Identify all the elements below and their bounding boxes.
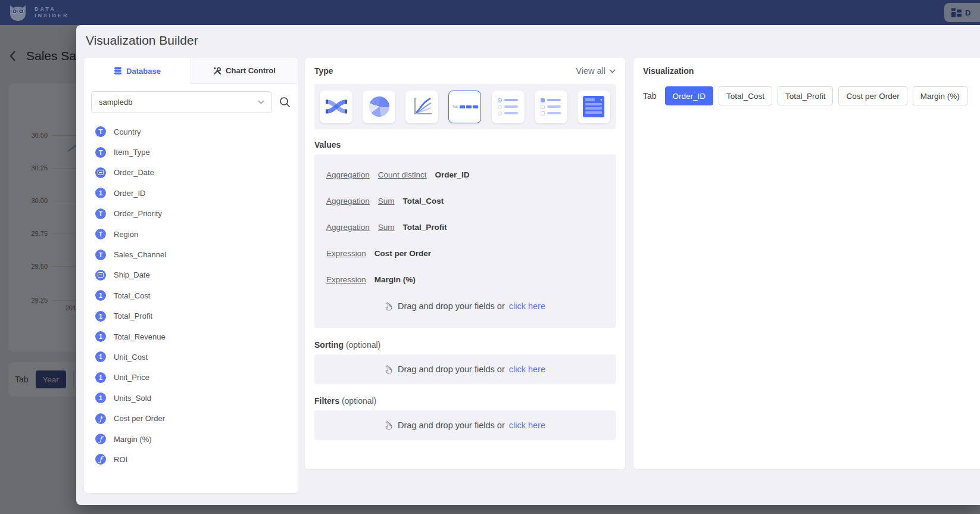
- field-item[interactable]: Sales_Channel: [84, 244, 298, 264]
- field-item[interactable]: Cost per Order: [84, 408, 298, 428]
- filters-section-title: Filters (optional): [314, 396, 376, 406]
- chart-type-sankey[interactable]: [320, 91, 352, 123]
- field-item[interactable]: Total_Revenue: [84, 326, 298, 347]
- function-field-icon: [95, 454, 106, 465]
- value-row: Expression Margin (%): [314, 266, 616, 292]
- field-label: Unit_Price: [114, 373, 149, 382]
- database-select-value: sampledb: [99, 98, 132, 107]
- dashboards-button[interactable]: D: [944, 3, 980, 22]
- field-label: ROI: [114, 455, 127, 464]
- text-field-icon: [95, 208, 106, 219]
- field-label: Sales_Channel: [114, 250, 166, 259]
- sankey-icon: [326, 98, 347, 116]
- value-row: Aggregation Sum Total_Cost: [314, 188, 616, 214]
- tab-database[interactable]: Database: [84, 58, 191, 84]
- values-dropzone[interactable]: Drag and drop your fields or click here: [314, 292, 616, 320]
- chart-type-dropdown[interactable]: ▾: [578, 91, 610, 123]
- text-field-icon: [95, 229, 106, 239]
- dropdown-chart-icon: ▾: [583, 96, 604, 117]
- values-section-title: Values: [314, 140, 341, 149]
- number-field-icon: [95, 290, 106, 301]
- field-item[interactable]: Region: [84, 224, 298, 244]
- line-chart-icon: [412, 97, 432, 116]
- view-all-button[interactable]: View all: [576, 66, 616, 76]
- brand: DATA INSIDER: [7, 3, 69, 22]
- visualization-title: Visualization: [633, 58, 980, 76]
- view-all-label: View all: [576, 66, 606, 76]
- field-item[interactable]: Total_Cost: [84, 285, 298, 306]
- text-field-icon: [95, 126, 106, 137]
- chart-type-line[interactable]: [405, 91, 438, 123]
- number-field-icon: [95, 331, 106, 342]
- chart-type-pie[interactable]: [363, 91, 395, 123]
- dropzone-click-here-link[interactable]: click here: [509, 365, 545, 374]
- value-field[interactable]: Total_Profit: [403, 223, 447, 232]
- viz-tab-total-profit[interactable]: Total_Profit: [778, 86, 834, 105]
- owl-logo-icon: [7, 3, 29, 22]
- aggregation-function[interactable]: Count distinct: [378, 170, 427, 179]
- field-item[interactable]: Units_Sold: [84, 388, 298, 408]
- chart-type-checkbox-list[interactable]: [535, 91, 567, 123]
- chart-type-radio-list[interactable]: [492, 91, 525, 123]
- dropzone-click-here-link[interactable]: click here: [509, 420, 545, 430]
- sorting-dropzone[interactable]: Drag and drop your fields or click here: [314, 354, 616, 384]
- tab-chart-control-label: Chart Control: [226, 66, 276, 75]
- chevron-down-icon: [609, 69, 616, 73]
- number-field-icon: [95, 392, 106, 403]
- field-item[interactable]: Order_ID: [84, 183, 298, 203]
- expression-selector[interactable]: Expression: [326, 275, 366, 284]
- sorting-section-title: Sorting (optional): [314, 340, 380, 350]
- viz-tab-label: Tab: [643, 91, 657, 101]
- left-panel-tabbar: Database Chart Control: [84, 58, 298, 84]
- viz-tab-order-id[interactable]: Order_ID: [665, 86, 714, 105]
- database-select[interactable]: sampledb: [91, 91, 272, 113]
- field-item[interactable]: Margin (%): [84, 429, 298, 449]
- viz-tab-total-cost[interactable]: Total_Cost: [719, 86, 772, 105]
- value-field[interactable]: Order_ID: [435, 170, 470, 179]
- chart-type-strip: Tab: [314, 84, 616, 129]
- field-item[interactable]: Ship_Date: [84, 265, 298, 285]
- field-item[interactable]: Total_Profit: [84, 306, 298, 326]
- aggregation-selector[interactable]: Aggregation: [326, 197, 370, 205]
- dashboards-button-label: D: [965, 8, 970, 17]
- date-field-icon: [95, 167, 106, 178]
- field-item[interactable]: Order_Priority: [84, 204, 298, 224]
- search-icon[interactable]: [279, 96, 291, 108]
- top-navbar: DATA INSIDER D: [0, 0, 980, 25]
- dropzone-text: Drag and drop your fields or: [398, 365, 505, 374]
- viz-tab-margin[interactable]: Margin (%): [913, 86, 967, 105]
- tab-chart-control[interactable]: Chart Control: [191, 58, 298, 84]
- field-item[interactable]: Unit_Cost: [84, 347, 298, 367]
- field-label: Country: [114, 127, 141, 136]
- field-item[interactable]: Order_Date: [84, 163, 298, 183]
- aggregation-function[interactable]: Sum: [378, 197, 395, 205]
- database-icon: [114, 67, 122, 75]
- visualization-builder-modal: Visualization Builder Database: [76, 25, 980, 505]
- value-row: Aggregation Count distinct Order_ID: [314, 161, 616, 188]
- viz-tab-cost-per-order[interactable]: Cost per Order: [838, 86, 907, 105]
- field-label: Units_Sold: [114, 394, 151, 403]
- tools-icon: [213, 67, 221, 75]
- filters-dropzone[interactable]: Drag and drop your fields or click here: [314, 410, 616, 440]
- function-field-icon: [95, 413, 106, 424]
- aggregation-function[interactable]: Sum: [378, 223, 395, 232]
- field-item[interactable]: Item_Type: [84, 142, 298, 162]
- field-item[interactable]: ROI: [84, 449, 298, 469]
- value-field[interactable]: Total_Cost: [403, 197, 444, 205]
- chart-type-tab[interactable]: Tab: [448, 91, 481, 123]
- aggregation-selector[interactable]: Aggregation: [326, 223, 370, 232]
- value-field[interactable]: Margin (%): [374, 275, 416, 284]
- visualization-preview-tabs: Tab Order_ID Total_Cost Total_Profit Cos…: [633, 86, 980, 105]
- dropzone-click-here-link[interactable]: click here: [509, 301, 545, 311]
- field-label: Cost per Order: [114, 414, 165, 423]
- field-item[interactable]: Country: [84, 122, 298, 142]
- drag-hand-icon: [385, 365, 394, 374]
- expression-selector[interactable]: Expression: [326, 249, 366, 258]
- value-field[interactable]: Cost per Order: [374, 249, 431, 258]
- number-field-icon: [95, 372, 106, 383]
- field-label: Total_Cost: [114, 291, 150, 300]
- field-item[interactable]: Unit_Price: [84, 367, 298, 388]
- date-field-icon: [95, 270, 106, 281]
- aggregation-selector[interactable]: Aggregation: [326, 170, 370, 179]
- text-field-icon: [95, 250, 106, 260]
